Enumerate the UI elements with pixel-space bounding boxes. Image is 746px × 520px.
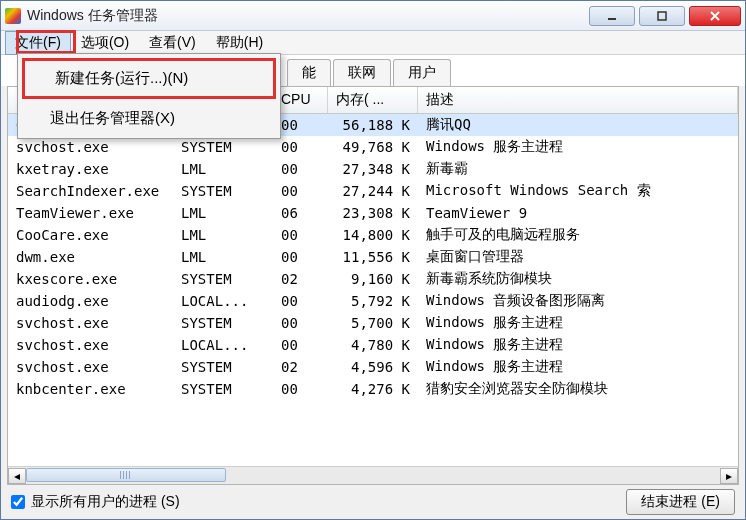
cell-user: LML: [173, 160, 273, 178]
scroll-track[interactable]: [26, 468, 720, 484]
show-all-users-checkbox[interactable]: 显示所有用户的进程 (S): [11, 493, 180, 511]
cell-cpu: 02: [273, 270, 328, 288]
cell-name: svchost.exe: [8, 314, 173, 332]
table-row[interactable]: knbcenter.exeSYSTEM004,276 K猎豹安全浏览器安全防御模…: [8, 378, 738, 400]
scroll-left-arrow-icon[interactable]: ◂: [8, 468, 26, 484]
show-all-label: 显示所有用户的进程 (S): [31, 493, 180, 511]
cell-user: SYSTEM: [173, 182, 273, 200]
maximize-button[interactable]: [639, 6, 685, 26]
cell-name: svchost.exe: [8, 138, 173, 156]
cell-name: audiodg.exe: [8, 292, 173, 310]
col-description[interactable]: 描述: [418, 87, 738, 113]
col-memory[interactable]: 内存( ...: [328, 87, 418, 113]
cell-user: SYSTEM: [173, 380, 273, 398]
cell-desc: TeamViewer 9: [418, 204, 738, 222]
cell-desc: Windows 服务主进程: [418, 137, 738, 157]
cell-cpu: 02: [273, 358, 328, 376]
table-row[interactable]: svchost.exeSYSTEM005,700 KWindows 服务主进程: [8, 312, 738, 334]
menu-file[interactable]: 文件(F): [5, 31, 71, 55]
cell-cpu: 06: [273, 204, 328, 222]
cell-name: TeamViewer.exe: [8, 204, 173, 222]
cell-cpu: 00: [273, 248, 328, 266]
scroll-thumb[interactable]: [26, 468, 226, 482]
table-row[interactable]: svchost.exeSYSTEM0049,768 KWindows 服务主进程: [8, 136, 738, 158]
cell-name: svchost.exe: [8, 358, 173, 376]
menubar: 文件(F) 选项(O) 查看(V) 帮助(H): [1, 31, 745, 55]
cell-name: kxescore.exe: [8, 270, 173, 288]
cell-mem: 27,348 K: [328, 160, 418, 178]
cell-desc: Windows 音频设备图形隔离: [418, 291, 738, 311]
tab-network[interactable]: 联网: [333, 59, 391, 86]
cell-user: LOCAL...: [173, 292, 273, 310]
menu-item-new-task[interactable]: 新建任务(运行...)(N): [25, 61, 273, 96]
horizontal-scrollbar[interactable]: ◂ ▸: [8, 466, 738, 484]
cell-mem: 4,780 K: [328, 336, 418, 354]
minimize-button[interactable]: [589, 6, 635, 26]
cell-mem: 14,800 K: [328, 226, 418, 244]
menu-view[interactable]: 查看(V): [139, 31, 206, 55]
cell-cpu: 00: [273, 314, 328, 332]
cell-cpu: 00: [273, 182, 328, 200]
cell-name: SearchIndexer.exe: [8, 182, 173, 200]
cell-mem: 4,276 K: [328, 380, 418, 398]
cell-cpu: 00: [273, 160, 328, 178]
end-process-button[interactable]: 结束进程 (E): [626, 489, 735, 515]
process-table: CPU 内存( ... 描述 QQ.exeLML0056,188 K腾讯QQsv…: [7, 86, 739, 485]
table-row[interactable]: audiodg.exeLOCAL...005,792 KWindows 音频设备…: [8, 290, 738, 312]
cell-desc: Windows 服务主进程: [418, 335, 738, 355]
cell-name: dwm.exe: [8, 248, 173, 266]
tab-performance[interactable]: 能: [287, 59, 331, 86]
cell-user: SYSTEM: [173, 358, 273, 376]
tab-users[interactable]: 用户: [393, 59, 451, 86]
cell-mem: 4,596 K: [328, 358, 418, 376]
cell-name: CooCare.exe: [8, 226, 173, 244]
cell-user: SYSTEM: [173, 314, 273, 332]
bottom-bar: 显示所有用户的进程 (S) 结束进程 (E): [1, 485, 745, 519]
table-row[interactable]: SearchIndexer.exeSYSTEM0027,244 KMicroso…: [8, 180, 738, 202]
table-row[interactable]: CooCare.exeLML0014,800 K触手可及的电脑远程服务: [8, 224, 738, 246]
cell-name: svchost.exe: [8, 336, 173, 354]
menu-help[interactable]: 帮助(H): [206, 31, 273, 55]
cell-cpu: 00: [273, 226, 328, 244]
cell-desc: Windows 服务主进程: [418, 313, 738, 333]
window-title: Windows 任务管理器: [27, 7, 585, 25]
table-row[interactable]: svchost.exeLOCAL...004,780 KWindows 服务主进…: [8, 334, 738, 356]
table-row[interactable]: TeamViewer.exeLML0623,308 KTeamViewer 9: [8, 202, 738, 224]
highlight-box-new-task: 新建任务(运行...)(N): [22, 58, 276, 99]
cell-desc: 新毒霸系统防御模块: [418, 269, 738, 289]
cell-user: LOCAL...: [173, 336, 273, 354]
titlebar[interactable]: Windows 任务管理器: [1, 1, 745, 31]
cell-user: SYSTEM: [173, 270, 273, 288]
scroll-right-arrow-icon[interactable]: ▸: [720, 468, 738, 484]
cell-name: knbcenter.exe: [8, 380, 173, 398]
svg-rect-1: [658, 12, 666, 20]
close-button[interactable]: [689, 6, 741, 26]
cell-cpu: 00: [273, 292, 328, 310]
cell-mem: 5,792 K: [328, 292, 418, 310]
cell-desc: 腾讯QQ: [418, 115, 738, 135]
cell-user: LML: [173, 226, 273, 244]
menu-options[interactable]: 选项(O): [71, 31, 139, 55]
table-row[interactable]: kxetray.exeLML0027,348 K新毒霸: [8, 158, 738, 180]
window-controls: [585, 6, 741, 26]
cell-cpu: 00: [273, 336, 328, 354]
table-row[interactable]: kxescore.exeSYSTEM029,160 K新毒霸系统防御模块: [8, 268, 738, 290]
cell-desc: Microsoft Windows Search 索: [418, 181, 738, 201]
show-all-checkbox-input[interactable]: [11, 495, 25, 509]
cell-desc: 新毒霸: [418, 159, 738, 179]
cell-mem: 9,160 K: [328, 270, 418, 288]
cell-user: LML: [173, 248, 273, 266]
menu-item-exit[interactable]: 退出任务管理器(X): [20, 101, 278, 136]
cell-cpu: 00: [273, 138, 328, 156]
cell-desc: Windows 服务主进程: [418, 357, 738, 377]
table-row[interactable]: svchost.exeSYSTEM024,596 KWindows 服务主进程: [8, 356, 738, 378]
cell-mem: 56,188 K: [328, 116, 418, 134]
col-cpu[interactable]: CPU: [273, 87, 328, 113]
cell-name: kxetray.exe: [8, 160, 173, 178]
cell-mem: 23,308 K: [328, 204, 418, 222]
cell-user: SYSTEM: [173, 138, 273, 156]
table-body[interactable]: QQ.exeLML0056,188 K腾讯QQsvchost.exeSYSTEM…: [8, 114, 738, 466]
cell-mem: 11,556 K: [328, 248, 418, 266]
table-row[interactable]: dwm.exeLML0011,556 K桌面窗口管理器: [8, 246, 738, 268]
cell-desc: 猎豹安全浏览器安全防御模块: [418, 379, 738, 399]
